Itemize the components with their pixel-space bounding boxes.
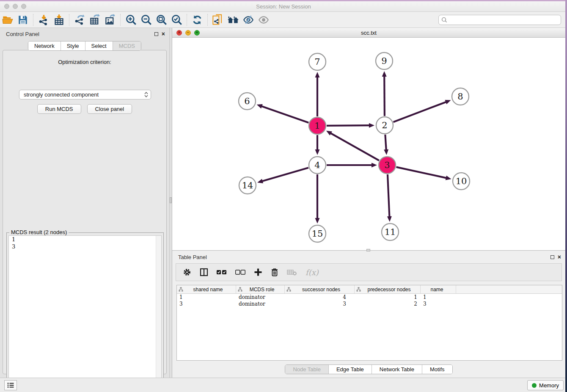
new-network-from-selection-icon bbox=[212, 14, 224, 26]
network-from-selection-button[interactable] bbox=[210, 13, 226, 27]
hide-selected-button[interactable] bbox=[241, 13, 256, 27]
import-network-button[interactable] bbox=[36, 13, 51, 27]
graph-edge-2-3[interactable] bbox=[385, 135, 386, 150]
table-cell[interactable]: 1 bbox=[421, 294, 456, 301]
delete-column-button[interactable] bbox=[271, 268, 278, 276]
export-table-button[interactable] bbox=[87, 13, 102, 27]
open-session-button[interactable] bbox=[0, 13, 15, 27]
table-row[interactable]: 1dominator411 bbox=[177, 294, 562, 301]
horizontal-splitter-handle[interactable] bbox=[366, 249, 370, 251]
gear-icon bbox=[183, 268, 191, 276]
tab-node-table[interactable]: Node Table bbox=[285, 365, 329, 374]
add-column-button[interactable] bbox=[254, 268, 262, 276]
run-mcds-button[interactable]: Run MCDS bbox=[37, 104, 81, 114]
tab-edge-table[interactable]: Edge Table bbox=[329, 365, 372, 374]
graph-edge-1-6[interactable] bbox=[261, 106, 308, 123]
apply-layout-button[interactable] bbox=[190, 13, 205, 27]
table-toolbar: f(x) bbox=[176, 263, 562, 281]
table-cell[interactable]: 3 bbox=[421, 301, 456, 307]
criterion-dropdown[interactable]: strongly connected component bbox=[19, 90, 151, 99]
memory-button[interactable]: Memory bbox=[527, 380, 564, 390]
import-table-button[interactable] bbox=[51, 13, 66, 27]
table-cell[interactable]: dominator bbox=[236, 301, 285, 307]
column-header-successor-nodes[interactable]: successor nodes bbox=[285, 285, 355, 293]
zoom-out-button[interactable] bbox=[138, 13, 154, 27]
graph-edge-1-2[interactable] bbox=[327, 125, 370, 126]
table-body: 1dominator4113dominator323 bbox=[177, 294, 562, 307]
tab-motifs[interactable]: Motifs bbox=[422, 365, 452, 374]
edge-arrowhead bbox=[257, 104, 263, 108]
network-close-button[interactable]: × bbox=[176, 30, 182, 36]
mcds-result-list[interactable]: 13 bbox=[8, 235, 162, 389]
close-panel-button[interactable]: Close panel bbox=[87, 104, 132, 114]
column-tree-icon bbox=[238, 287, 242, 292]
mcds-result-item[interactable]: 1 bbox=[9, 236, 161, 243]
result-scrollbar[interactable] bbox=[156, 236, 161, 389]
show-all-button[interactable] bbox=[256, 13, 271, 27]
export-image-button[interactable] bbox=[102, 13, 118, 27]
graph-edge-3-11[interactable] bbox=[388, 174, 389, 217]
export-network-icon bbox=[74, 14, 85, 25]
tab-mcds[interactable]: MCDS bbox=[113, 41, 141, 50]
first-neighbors-button[interactable] bbox=[226, 13, 241, 27]
select-all-button[interactable] bbox=[217, 270, 227, 275]
column-header-MCDS-role[interactable]: MCDS role bbox=[236, 285, 285, 293]
graph-node-label: 7 bbox=[314, 57, 320, 67]
control-panel-tabs: Network Style Select MCDS bbox=[0, 41, 169, 51]
tab-network[interactable]: Network bbox=[28, 41, 61, 50]
table-cell[interactable]: 1 bbox=[177, 294, 236, 301]
tab-style[interactable]: Style bbox=[61, 41, 85, 50]
close-panel-icon[interactable]: × bbox=[162, 32, 165, 36]
zoom-fit-button[interactable] bbox=[154, 13, 169, 27]
tab-network-table[interactable]: Network Table bbox=[372, 365, 422, 374]
eye-slash-icon bbox=[242, 14, 254, 25]
houses-icon bbox=[227, 14, 239, 25]
close-table-panel-icon[interactable]: × bbox=[558, 255, 561, 259]
toolbar-separator bbox=[187, 14, 187, 26]
column-header-predecessor-nodes[interactable]: predecessor nodes bbox=[355, 285, 421, 293]
optimization-criterion-label: Optimization criterion: bbox=[3, 59, 166, 65]
table-cell[interactable]: dominator bbox=[236, 294, 285, 301]
zoom-selected-button[interactable] bbox=[169, 13, 184, 27]
table-cell[interactable]: 1 bbox=[355, 294, 421, 301]
network-maximize-button[interactable]: + bbox=[194, 30, 200, 36]
zoom-out-icon bbox=[140, 14, 152, 25]
mcds-result-item[interactable]: 3 bbox=[9, 243, 161, 250]
refresh-icon bbox=[192, 14, 203, 25]
table-cell[interactable]: 4 bbox=[285, 294, 355, 301]
search-input[interactable] bbox=[438, 15, 561, 25]
column-header-name[interactable]: name bbox=[421, 285, 456, 293]
network-canvas[interactable]: 7968124314101511 bbox=[172, 38, 565, 251]
show-task-history-button[interactable] bbox=[4, 380, 17, 390]
table-cell[interactable]: 2 bbox=[355, 301, 421, 307]
graph-edge-3-1[interactable] bbox=[330, 133, 379, 160]
table-cell[interactable]: 3 bbox=[177, 301, 236, 307]
tab-select[interactable]: Select bbox=[85, 41, 113, 50]
zoom-in-button[interactable] bbox=[123, 13, 138, 27]
show-columns-button[interactable] bbox=[200, 268, 208, 276]
graph-edge-3-10[interactable] bbox=[396, 167, 446, 178]
table-cell[interactable]: 3 bbox=[285, 301, 355, 307]
delete-table-button[interactable] bbox=[287, 269, 297, 276]
deselect-all-button[interactable] bbox=[235, 270, 245, 275]
column-header-shared-name[interactable]: shared name bbox=[177, 285, 236, 293]
desktop-edge-top bbox=[0, 0, 567, 1]
export-network-button[interactable] bbox=[72, 13, 87, 27]
graph-edge-2-8[interactable] bbox=[394, 102, 447, 122]
graph-edge-4-14[interactable] bbox=[262, 168, 308, 181]
edge-arrowhead bbox=[384, 149, 388, 155]
table-panel: Table Panel × f(x) shared nameMCDS roles… bbox=[172, 251, 565, 378]
status-bar: Memory bbox=[0, 378, 567, 392]
splitter-handle[interactable] bbox=[170, 197, 172, 203]
function-builder-button[interactable]: f(x) bbox=[306, 268, 319, 277]
vertical-splitter[interactable] bbox=[169, 28, 172, 378]
graph-edge-2-9[interactable] bbox=[384, 76, 385, 116]
float-panel-icon[interactable] bbox=[154, 32, 158, 36]
save-session-button[interactable] bbox=[15, 13, 30, 27]
table-row[interactable]: 3dominator323 bbox=[177, 301, 562, 307]
table-settings-button[interactable] bbox=[183, 268, 191, 276]
network-minimize-button[interactable]: − bbox=[185, 30, 191, 36]
float-table-panel-icon[interactable] bbox=[550, 255, 554, 259]
mcds-result-box: MCDS result (2 nodes) 13 bbox=[6, 232, 164, 391]
toolbar-separator bbox=[69, 14, 69, 26]
